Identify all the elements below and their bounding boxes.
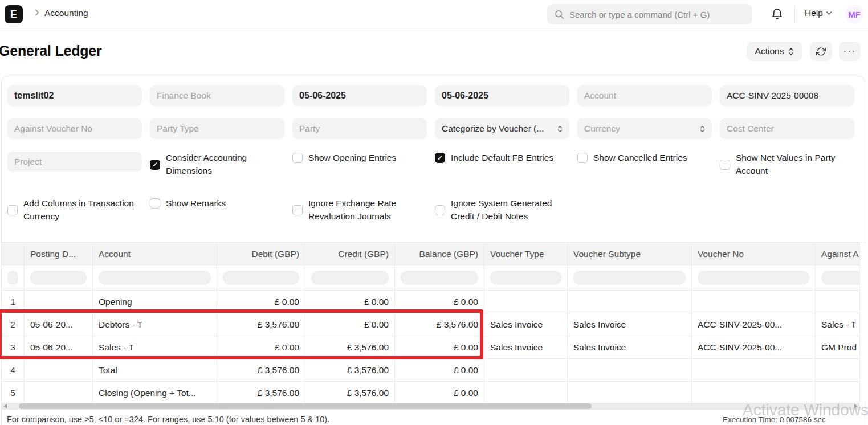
checkbox-ignore-system-generated-credit-debit-notes[interactable]: ✓ Ignore System Generated Credit / Debit… [435, 197, 569, 223]
scroll-left-arrow-icon[interactable] [3, 404, 7, 408]
column-header[interactable]: Voucher Type [484, 243, 568, 265]
from-date-filter[interactable] [292, 85, 427, 106]
table-cell[interactable]: £ 0.00 [395, 336, 484, 358]
column-header[interactable]: Voucher Subtype [568, 243, 692, 265]
table-cell[interactable]: Sales Invoice [568, 336, 692, 358]
checkbox-consider-accounting-dimensions[interactable]: ✓ Consider Accounting Dimensions [150, 152, 284, 178]
finance-book-filter[interactable] [150, 85, 284, 106]
table-cell[interactable]: Opening [93, 291, 217, 313]
company-filter[interactable] [7, 85, 142, 106]
checkbox-show-remarks[interactable]: ✓ Show Remarks [150, 197, 284, 210]
column-filter-input[interactable] [573, 271, 686, 285]
table-cell[interactable]: £ 0.00 [395, 359, 484, 381]
table-cell[interactable]: £ 3,576.00 [305, 336, 395, 358]
horizontal-scrollbar-thumb[interactable] [19, 403, 592, 409]
checkbox-include-default-fb-entries[interactable]: ✓ Include Default FB Entries [435, 152, 569, 165]
table-cell[interactable]: £ 3,576.00 [217, 382, 305, 404]
filter-row-4: ✓ Add Columns in Transaction Currency ✓ … [7, 197, 865, 223]
column-filter-input[interactable] [490, 271, 561, 285]
table-cell[interactable] [25, 382, 93, 404]
table-cell[interactable]: £ 0.00 [395, 382, 484, 404]
help-menu[interactable]: Help [805, 8, 832, 18]
column-header[interactable]: Account [93, 243, 217, 265]
vertical-scrollbar-track[interactable] [859, 243, 868, 403]
column-filter-input[interactable] [821, 271, 864, 285]
table-cell[interactable] [25, 359, 93, 381]
party-filter[interactable] [292, 118, 427, 139]
table-cell[interactable]: £ 0.00 [305, 313, 395, 336]
table-cell[interactable]: ACC-SINV-2025-00... [692, 336, 816, 358]
column-header[interactable]: Balance (GBP) [395, 243, 484, 265]
table-cell[interactable]: ACC-SINV-2025-00... [692, 313, 816, 336]
table-cell[interactable] [568, 291, 692, 313]
table-cell[interactable]: 05-06-20... [25, 336, 93, 358]
table-cell[interactable]: £ 3,576.00 [217, 359, 305, 381]
table-cell[interactable]: Sales - T [93, 336, 217, 358]
table-cell[interactable]: £ 0.00 [217, 336, 305, 358]
app-logo[interactable]: E [5, 5, 23, 23]
table-row[interactable]: 1Opening£ 0.00£ 0.00£ 0.00 [2, 291, 859, 313]
notifications-bell-icon[interactable] [771, 7, 783, 21]
row-number-header[interactable] [2, 243, 25, 265]
column-filter-input[interactable] [223, 271, 299, 285]
table-cell[interactable] [568, 382, 692, 404]
table-cell[interactable] [484, 359, 568, 381]
column-filter-input[interactable] [99, 271, 211, 285]
table-cell[interactable]: £ 0.00 [217, 291, 305, 313]
checkbox-add-columns-in-transaction-currency[interactable]: ✓ Add Columns in Transaction Currency [7, 197, 142, 223]
table-cell[interactable] [568, 359, 692, 381]
user-avatar[interactable]: MF [845, 5, 863, 23]
column-filter-cell [25, 265, 93, 290]
more-menu-button[interactable]: ··· [839, 42, 861, 61]
table-cell[interactable] [692, 291, 816, 313]
column-filter-input[interactable] [698, 271, 809, 285]
column-header[interactable]: Debit (GBP) [217, 243, 305, 265]
checkbox-show-cancelled-entries[interactable]: ✓ Show Cancelled Entries [577, 152, 712, 165]
project-filter[interactable] [7, 152, 142, 172]
table-cell[interactable] [25, 291, 93, 313]
checkbox-show-opening-entries[interactable]: ✓ Show Opening Entries [292, 152, 427, 165]
table-cell[interactable]: £ 3,576.00 [305, 359, 395, 381]
table-cell[interactable]: Total [93, 359, 217, 381]
table-cell[interactable]: 05-06-20... [25, 313, 93, 336]
table-row[interactable]: 205-06-20...Debtors - T£ 3,576.00£ 0.00£… [2, 313, 859, 336]
table-row[interactable]: 5Closing (Opening + Tot...£ 3,576.00£ 3,… [2, 382, 859, 404]
group-by-select[interactable]: Categorize by Voucher (... [435, 118, 569, 139]
voucher-no-filter[interactable] [720, 85, 854, 106]
table-cell[interactable] [692, 359, 816, 381]
table-cell[interactable]: £ 3,576.00 [395, 313, 484, 336]
column-header[interactable]: Voucher No [692, 243, 816, 265]
table-cell[interactable]: £ 0.00 [305, 291, 395, 313]
column-filter-input[interactable] [311, 271, 389, 285]
search-input[interactable]: Search or type a command (Ctrl + G) [547, 4, 752, 24]
table-cell[interactable]: Sales Invoice [568, 313, 692, 336]
table-cell[interactable]: Sales Invoice [484, 336, 568, 358]
breadcrumb[interactable]: Accounting [44, 8, 88, 18]
table-cell[interactable] [484, 291, 568, 313]
party-type-filter[interactable] [150, 118, 284, 139]
column-filter-input[interactable] [30, 271, 87, 285]
table-cell[interactable]: Debtors - T [93, 313, 217, 336]
table-row[interactable]: 4Total£ 3,576.00£ 3,576.00£ 0.00 [2, 359, 859, 382]
refresh-button[interactable] [810, 42, 832, 61]
column-header[interactable]: Credit (GBP) [305, 243, 395, 265]
column-header[interactable]: Posting D... [25, 243, 93, 265]
table-cell[interactable]: Closing (Opening + Tot... [93, 382, 217, 404]
cost-center-filter[interactable] [720, 118, 854, 139]
checkbox-show-net-values-in-party-account[interactable]: ✓ Show Net Values in Party Account [720, 152, 854, 178]
table-cell[interactable]: Sales Invoice [484, 313, 568, 336]
actions-button[interactable]: Actions [747, 42, 802, 61]
column-filter-input[interactable] [7, 271, 18, 285]
column-filter-input[interactable] [401, 271, 478, 285]
table-cell[interactable]: £ 3,576.00 [217, 313, 305, 336]
against-voucher-no-filter[interactable] [7, 118, 142, 139]
currency-select[interactable]: Currency [577, 118, 712, 139]
table-cell[interactable]: £ 3,576.00 [305, 382, 395, 404]
table-cell[interactable] [484, 382, 568, 404]
account-filter[interactable] [577, 85, 712, 106]
table-row[interactable]: 305-06-20...Sales - T£ 0.00£ 3,576.00£ 0… [2, 336, 859, 359]
table-cell[interactable]: £ 0.00 [395, 291, 484, 313]
horizontal-scrollbar[interactable] [2, 403, 859, 410]
checkbox-ignore-exchange-rate-revaluation-journals[interactable]: ✓ Ignore Exchange Rate Revaluation Journ… [292, 197, 427, 223]
to-date-filter[interactable] [435, 85, 569, 106]
